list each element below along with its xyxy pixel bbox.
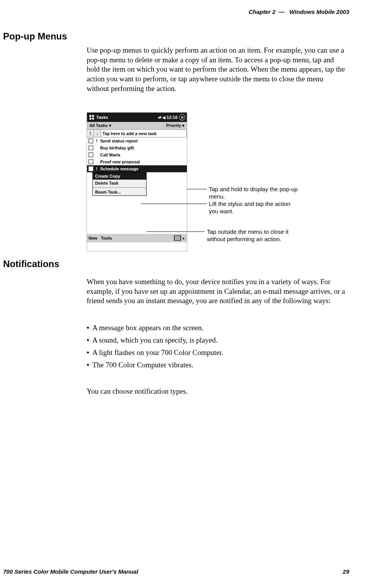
list-item-text: A sound, which you can specify, is playe… bbox=[92, 336, 218, 345]
menu-item-delete-task[interactable]: Delete Task bbox=[93, 180, 146, 187]
callout-tap-and-hold: Tap and hold to display the pop-up menu. bbox=[187, 186, 298, 201]
task-row-selected[interactable]: ! Schedule message bbox=[87, 165, 187, 172]
list-item-text: The 700 Color Computer vibrates. bbox=[92, 361, 193, 369]
volume-icon[interactable]: ◀ bbox=[162, 115, 166, 120]
bullet-icon: • bbox=[87, 336, 89, 345]
new-button[interactable]: New bbox=[89, 236, 97, 240]
paragraph-notifications: When you have something to do, your devi… bbox=[87, 277, 347, 306]
list-item: • A message box appears on the screen. bbox=[87, 324, 347, 332]
header-chapter-number: 2 bbox=[272, 9, 275, 15]
callout-lift-tap: Lift the stylus and tap the action you w… bbox=[141, 201, 298, 215]
title-bar: Tasks ⇄ ◀ 12:16 ✕ bbox=[87, 113, 187, 122]
paragraph-notification-types: You can choose notification types. bbox=[87, 387, 347, 396]
checkbox-icon[interactable] bbox=[89, 166, 93, 171]
running-header: Chapter 2 — Windows Mobile 2003 bbox=[249, 9, 349, 15]
filter-category-dropdown[interactable]: All Tasks bbox=[89, 123, 111, 128]
notifications-bullet-list: • A message box appears on the screen. •… bbox=[87, 320, 347, 369]
header-chapter-label: Chapter bbox=[249, 9, 271, 15]
priority-indicator: ! bbox=[95, 139, 99, 143]
bullet-icon: • bbox=[87, 361, 89, 369]
priority-indicator: ! bbox=[95, 166, 99, 171]
checkbox-icon[interactable] bbox=[89, 146, 93, 150]
checkbox-icon[interactable] bbox=[89, 139, 93, 143]
clock: 12:16 bbox=[167, 115, 178, 120]
context-menu: Create Copy Delete Task Beam Task... bbox=[92, 172, 147, 196]
heading-popup-menus: Pop-up Menus bbox=[3, 31, 67, 42]
task-text: Proof new proposal bbox=[100, 159, 140, 164]
task-text: Call Maria bbox=[100, 153, 120, 157]
list-item: • A sound, which you can specify, is pla… bbox=[87, 336, 347, 345]
command-bar-left: New Tools bbox=[89, 236, 112, 240]
menu-item-beam-task[interactable]: Beam Task... bbox=[93, 189, 146, 195]
paragraph-popup-menus: Use pop-up menus to quickly perform an a… bbox=[87, 46, 347, 93]
close-icon[interactable]: ✕ bbox=[179, 114, 185, 120]
task-text: Schedule message bbox=[100, 166, 138, 171]
task-row[interactable]: ! Send status report bbox=[87, 137, 187, 144]
menu-separator bbox=[93, 187, 146, 188]
list-item: • A light flashes on your 700 Color Comp… bbox=[87, 348, 347, 357]
task-row[interactable]: Proof new proposal bbox=[87, 158, 187, 165]
priority-low-icon: ↓ bbox=[94, 130, 101, 137]
priority-high-icon: ! bbox=[87, 130, 94, 137]
running-footer: 700 Series Color Mobile Computer User's … bbox=[3, 568, 349, 575]
footer-page-number: 29 bbox=[343, 568, 349, 575]
connectivity-icon[interactable]: ⇄ bbox=[158, 115, 161, 120]
checkbox-icon[interactable] bbox=[89, 159, 93, 164]
menu-item-create-copy[interactable]: Create Copy bbox=[93, 173, 146, 180]
header-separator: — bbox=[279, 9, 285, 15]
bullet-icon: • bbox=[87, 324, 89, 332]
header-title: Windows Mobile 2003 bbox=[289, 9, 349, 15]
list-item: • The 700 Color Computer vibrates. bbox=[87, 361, 347, 369]
task-row[interactable]: Buy birthday gift bbox=[87, 144, 187, 151]
callout-tap-outside: Tap outside the menu to close it without… bbox=[147, 228, 296, 243]
add-task-row[interactable]: ! ↓ Tap here to add a new task bbox=[87, 130, 187, 137]
task-text: Send status report bbox=[100, 139, 138, 143]
heading-notifications: Notifications bbox=[3, 259, 59, 269]
app-title: Tasks bbox=[96, 115, 108, 120]
start-icon[interactable] bbox=[89, 114, 95, 120]
task-text: Buy birthday gift bbox=[100, 146, 134, 150]
add-task-hint[interactable]: Tap here to add a new task bbox=[101, 130, 187, 137]
system-tray: ⇄ ◀ 12:16 bbox=[158, 115, 178, 120]
task-row[interactable]: Call Maria bbox=[87, 151, 187, 158]
list-item-text: A message box appears on the screen. bbox=[92, 324, 204, 332]
bullet-icon: • bbox=[87, 348, 89, 357]
checkbox-icon[interactable] bbox=[89, 153, 93, 157]
footer-manual-title: 700 Series Color Mobile Computer User's … bbox=[3, 568, 138, 575]
figure-tasks-screenshot: Tasks ⇄ ◀ 12:16 ✕ All Tasks Priority ! ↓… bbox=[87, 112, 187, 252]
tools-button[interactable]: Tools bbox=[101, 236, 112, 240]
filter-bar: All Tasks Priority bbox=[87, 122, 187, 130]
filter-sort-dropdown[interactable]: Priority bbox=[166, 123, 184, 128]
list-item-text: A light flashes on your 700 Color Comput… bbox=[92, 348, 224, 357]
